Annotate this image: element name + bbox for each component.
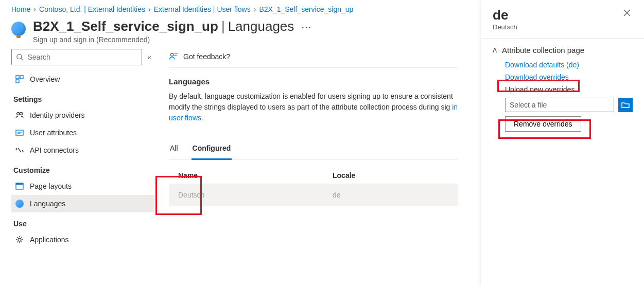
panel-section-label: Attribute collection page xyxy=(502,46,584,55)
download-defaults-link[interactable]: Download defaults (de) xyxy=(505,61,633,69)
search-icon xyxy=(16,53,23,61)
sidebar-item-applications[interactable]: Applications xyxy=(11,231,154,248)
section-description: By default, language customization is en… xyxy=(169,91,458,123)
sidebar-section-settings: Settings xyxy=(11,88,154,106)
table-header: Name Locale xyxy=(169,167,458,184)
sidebar-section-customize: Customize xyxy=(11,159,154,177)
page-section-title: Languages xyxy=(228,19,294,34)
chevron-right-icon: › xyxy=(254,5,256,13)
sidebar-section-use: Use xyxy=(11,212,154,231)
details-panel: de Deutsch ᐱ Attribute collection page D… xyxy=(481,0,644,287)
remove-overrides-button[interactable]: Remove overrides xyxy=(505,116,581,132)
chevron-right-icon: › xyxy=(33,5,36,13)
sidebar-item-page-layouts[interactable]: Page layouts xyxy=(11,177,154,195)
tab-configured[interactable]: Configured xyxy=(192,139,232,160)
column-name: Name xyxy=(178,171,333,180)
globe-icon xyxy=(11,22,26,36)
breadcrumb-home[interactable]: Home xyxy=(11,5,30,13)
file-select-input[interactable]: Select a file xyxy=(505,98,614,112)
svg-point-13 xyxy=(171,53,173,56)
svg-rect-11 xyxy=(16,183,23,185)
panel-subtitle: Deutsch xyxy=(493,23,517,31)
sidebar-item-identity-providers[interactable]: Identity providers xyxy=(11,106,154,124)
layout-icon xyxy=(15,182,24,190)
table-row[interactable]: Deutsch de xyxy=(169,184,458,206)
sidebar-item-overview[interactable]: Overview xyxy=(11,70,154,88)
sidebar-item-label: Page layouts xyxy=(30,182,72,190)
title-separator: | xyxy=(221,19,225,34)
sidebar-item-label: API connectors xyxy=(30,146,79,154)
sidebar-item-label: Languages xyxy=(30,200,65,208)
gear-icon xyxy=(15,236,24,244)
people-icon xyxy=(15,111,24,119)
svg-point-5 xyxy=(17,113,20,115)
sidebar-item-label: Overview xyxy=(30,75,60,83)
breadcrumb-contoso[interactable]: Contoso, Ltd. | External Identities xyxy=(39,5,145,13)
close-icon xyxy=(623,9,631,16)
close-button[interactable] xyxy=(621,7,633,21)
dashboard-icon xyxy=(15,75,24,83)
cell-locale: de xyxy=(333,191,341,199)
panel-title: de xyxy=(493,7,517,23)
svg-point-0 xyxy=(17,55,22,59)
svg-point-6 xyxy=(20,113,23,115)
sidebar-item-languages[interactable]: Languages xyxy=(11,195,154,212)
chevron-right-icon: › xyxy=(148,5,151,13)
sidebar-item-user-attributes[interactable]: User attributes xyxy=(11,124,154,141)
search-input[interactable] xyxy=(11,49,142,65)
chevron-up-icon: ᐱ xyxy=(493,47,497,54)
download-overrides-link[interactable]: Download overrides xyxy=(505,73,633,81)
description-text: By default, language customization is en… xyxy=(169,92,453,111)
upload-overrides-label: Upload new overrides xyxy=(505,85,633,94)
breadcrumb-user-flows[interactable]: External Identities | User flows xyxy=(154,5,251,13)
svg-rect-4 xyxy=(16,80,19,83)
sidebar-item-label: Identity providers xyxy=(30,111,85,119)
svg-point-12 xyxy=(18,238,21,241)
feedback-button[interactable]: Got feedback? xyxy=(169,52,458,68)
tab-all[interactable]: All xyxy=(169,139,179,159)
search-field[interactable] xyxy=(27,53,137,61)
divider xyxy=(481,38,644,39)
svg-line-1 xyxy=(21,59,23,61)
sidebar-item-api-connectors[interactable]: API connectors xyxy=(11,141,154,159)
svg-rect-3 xyxy=(20,76,23,79)
main-content: Got feedback? Languages By default, lang… xyxy=(154,49,458,248)
page-title: B2X_1_Self_service_sign_up xyxy=(33,19,218,34)
card-icon xyxy=(15,129,24,137)
feedback-icon xyxy=(169,52,178,61)
svg-rect-2 xyxy=(16,76,19,79)
collapse-sidebar-button[interactable]: « xyxy=(147,53,151,61)
panel-section-toggle[interactable]: ᐱ Attribute collection page xyxy=(493,46,633,55)
column-locale: Locale xyxy=(333,171,355,180)
browse-file-button[interactable] xyxy=(618,98,633,112)
connectors-icon xyxy=(15,146,24,154)
breadcrumb-current[interactable]: B2X_1_Self_service_sign_up xyxy=(259,5,353,13)
sidebar: « Overview Settings Identity providers U… xyxy=(0,49,154,248)
svg-rect-7 xyxy=(16,130,23,135)
cell-name: Deutsch xyxy=(178,191,333,199)
sidebar-item-label: Applications xyxy=(30,236,69,244)
feedback-label: Got feedback? xyxy=(183,52,230,61)
tabs: All Configured xyxy=(169,134,458,160)
globe-icon xyxy=(15,200,24,208)
sidebar-item-label: User attributes xyxy=(30,129,77,137)
section-heading: Languages xyxy=(169,77,458,86)
more-actions-button[interactable]: ⋯ xyxy=(297,21,316,33)
folder-icon xyxy=(621,101,630,109)
